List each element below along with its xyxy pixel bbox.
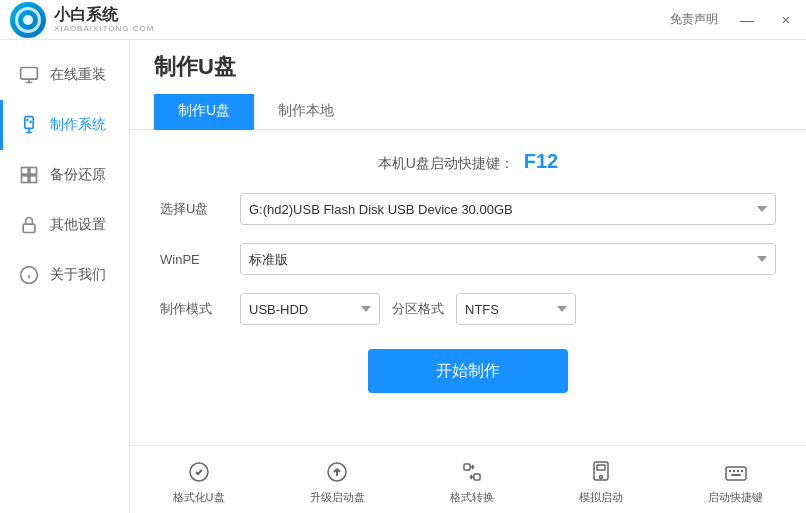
page-title-row: 制作U盘 [154, 52, 782, 82]
partition-format-label: 分区格式 [392, 300, 444, 318]
lock-icon [18, 214, 40, 236]
upload-icon [323, 458, 351, 486]
svg-rect-17 [597, 465, 605, 470]
tab-make-usb[interactable]: 制作U盘 [154, 94, 254, 130]
sidebar-label-online-reinstall: 在线重装 [50, 66, 106, 84]
partition-format-dropdown[interactable]: NTFSFAT32exFAT [456, 293, 576, 325]
select-usb-row: 选择U盘 G:(hd2)USB Flash Disk USB Device 30… [160, 193, 776, 225]
svg-point-18 [600, 476, 603, 479]
bottom-item-format-usb[interactable]: 格式化U盘 [163, 456, 235, 507]
logo-sub-text: XIAOBAIXITONG.COM [54, 24, 154, 33]
sidebar-item-backup-restore[interactable]: 备份还原 [0, 150, 129, 200]
start-make-button[interactable]: 开始制作 [368, 349, 568, 393]
select-usb-dropdown[interactable]: G:(hd2)USB Flash Disk USB Device 30.00GB [240, 193, 776, 225]
mode-partition-row: 制作模式 USB-HDDUSB-ZIPUSB-FDD 分区格式 NTFSFAT3… [160, 293, 776, 325]
simulate-icon [587, 458, 615, 486]
titlebar-left: 小白系统 XIAOBAIXITONG.COM [10, 2, 154, 38]
svg-rect-14 [464, 464, 470, 470]
page-header: 制作U盘 制作U盘 制作本地 [130, 40, 806, 130]
svg-rect-5 [30, 168, 37, 175]
bottom-item-simulate-boot[interactable]: 模拟启动 [569, 456, 633, 507]
simulate-boot-label: 模拟启动 [579, 490, 623, 505]
upgrade-boot-label: 升级启动盘 [310, 490, 365, 505]
bottom-item-upgrade-boot[interactable]: 升级启动盘 [300, 456, 375, 507]
bottom-item-format-convert[interactable]: 格式转换 [440, 456, 504, 507]
form-area: 本机U盘启动快捷键： F12 选择U盘 G:(hd2)USB Flash Dis… [130, 130, 806, 445]
shortcut-hint: 本机U盘启动快捷键： F12 [160, 150, 776, 173]
sidebar-item-make-system[interactable]: 制作系统 [0, 100, 129, 150]
sidebar-label-make-system: 制作系统 [50, 116, 106, 134]
shortcut-key: F12 [524, 150, 558, 172]
grid-icon [18, 164, 40, 186]
shortcut-hint-text: 本机U盘启动快捷键： [378, 155, 514, 171]
make-mode-label: 制作模式 [160, 300, 240, 318]
sidebar-item-about-us[interactable]: 关于我们 [0, 250, 129, 300]
select-usb-label: 选择U盘 [160, 200, 240, 218]
svg-rect-19 [726, 467, 746, 480]
sidebar-label-other-settings: 其他设置 [50, 216, 106, 234]
svg-rect-1 [25, 117, 33, 129]
svg-rect-8 [23, 224, 35, 232]
info-icon [18, 264, 40, 286]
svg-rect-15 [474, 474, 480, 480]
svg-rect-0 [21, 68, 38, 80]
winpe-dropdown[interactable]: 标准版高级版 [240, 243, 776, 275]
minimize-button[interactable]: — [734, 10, 760, 30]
mode-partition-group: USB-HDDUSB-ZIPUSB-FDD 分区格式 NTFSFAT32exFA… [240, 293, 776, 325]
logo-text: 小白系统 XIAOBAIXITONG.COM [54, 6, 154, 33]
svg-rect-7 [30, 176, 37, 183]
convert-icon [458, 458, 486, 486]
keyboard-icon [722, 458, 750, 486]
sidebar-item-other-settings[interactable]: 其他设置 [0, 200, 129, 250]
logo-main-text: 小白系统 [54, 6, 154, 24]
sidebar-label-backup-restore: 备份还原 [50, 166, 106, 184]
tabs: 制作U盘 制作本地 [154, 94, 782, 129]
sidebar-label-about-us: 关于我们 [50, 266, 106, 284]
close-button[interactable]: × [776, 10, 796, 30]
boot-shortcut-label: 启动快捷键 [708, 490, 763, 505]
format-usb-icon [185, 458, 213, 486]
bottom-toolbar: 格式化U盘 升级启动盘 [130, 445, 806, 513]
bottom-item-boot-shortcut[interactable]: 启动快捷键 [698, 456, 773, 507]
svg-rect-4 [22, 168, 29, 175]
titlebar: 小白系统 XIAOBAIXITONG.COM 免责声明 — × [0, 0, 806, 40]
titlebar-right: 免责声明 — × [670, 10, 796, 30]
main-layout: 在线重装 制作系统 [0, 40, 806, 513]
make-mode-dropdown[interactable]: USB-HDDUSB-ZIPUSB-FDD [240, 293, 380, 325]
page-title: 制作U盘 [154, 52, 236, 82]
svg-rect-6 [22, 176, 29, 183]
content-area: 制作U盘 制作U盘 制作本地 本机U盘启动快捷键： F12 选择U盘 G:(hd… [130, 40, 806, 513]
sidebar-item-online-reinstall[interactable]: 在线重装 [0, 50, 129, 100]
logo-icon [10, 2, 46, 38]
format-usb-label: 格式化U盘 [173, 490, 225, 505]
winpe-row: WinPE 标准版高级版 [160, 243, 776, 275]
tab-make-local[interactable]: 制作本地 [254, 94, 358, 130]
winpe-label: WinPE [160, 252, 240, 267]
monitor-icon [18, 64, 40, 86]
disclaimer-link[interactable]: 免责声明 [670, 11, 718, 28]
sidebar: 在线重装 制作系统 [0, 40, 130, 513]
usb-icon [18, 114, 40, 136]
format-convert-label: 格式转换 [450, 490, 494, 505]
